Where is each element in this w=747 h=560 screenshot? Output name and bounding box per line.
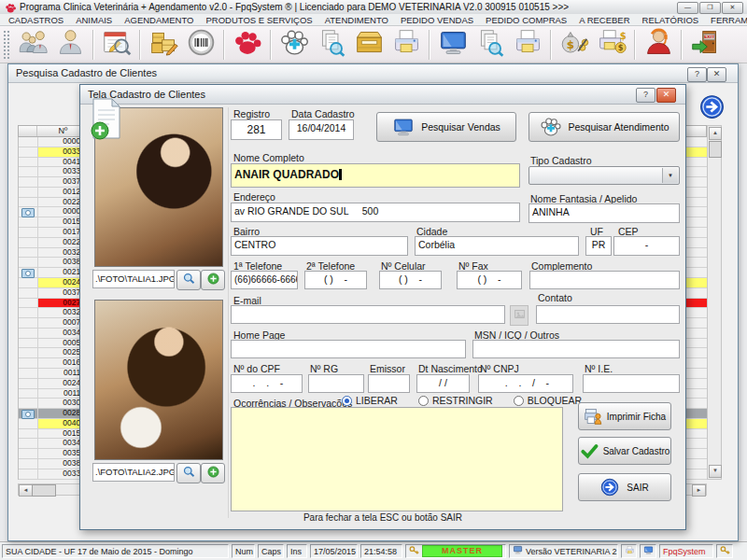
- sair-button[interactable]: SAIR: [578, 473, 671, 501]
- cep-field[interactable]: -: [613, 236, 680, 256]
- toolbar-paw-red-button[interactable]: [229, 28, 266, 62]
- pesquisar-atendimento-button[interactable]: Pesquisar Atendimento: [529, 112, 680, 142]
- celular-field[interactable]: ( ) -: [379, 271, 442, 289]
- menu-item-ferramentas[interactable]: FERRAMENTAS: [711, 15, 747, 25]
- radio-bloquear[interactable]: BLOQUEAR: [514, 395, 582, 406]
- photo2-path-field[interactable]: .\FOTO\TALIA2.JPG: [92, 463, 175, 482]
- salvar-cadastro-button[interactable]: Salvar Cadastro: [578, 437, 671, 465]
- tel2-field[interactable]: ( ) -: [304, 271, 367, 289]
- toolbar-boxes-button[interactable]: [145, 28, 182, 62]
- dialog-help-button[interactable]: ?: [636, 88, 655, 103]
- toolbar-barcode-button[interactable]: [182, 28, 219, 62]
- endereco-field[interactable]: av RIO GRANDE DO SUL 500: [231, 203, 520, 222]
- msn-field[interactable]: [472, 340, 680, 358]
- minimize-button[interactable]: —: [677, 2, 698, 14]
- ie-field[interactable]: [583, 374, 680, 393]
- menu-item-produtos-e-servi-os[interactable]: PRODUTOS E SERVIÇOS: [205, 15, 312, 25]
- cidade-field[interactable]: Corbélia: [415, 236, 579, 256]
- radio-restringir[interactable]: RESTRINGIR: [418, 395, 493, 406]
- fax-field[interactable]: ( ) -: [457, 271, 522, 289]
- scroll-left-icon[interactable]: ◄: [19, 484, 33, 497]
- scroll-right-icon[interactable]: ►: [692, 484, 706, 497]
- pesquisa-close-button[interactable]: ✕: [707, 67, 726, 82]
- toolbar-drawer-button[interactable]: [350, 28, 388, 62]
- toolbar-exit-door-button[interactable]: EXIT: [686, 28, 724, 62]
- cpf-field[interactable]: . . -: [231, 374, 303, 393]
- menu-item-agendamento[interactable]: AGENDAMENTO: [124, 15, 193, 25]
- menu-item-atendimento[interactable]: ATENDIMENTO: [325, 15, 388, 25]
- maximize-button[interactable]: ❐: [699, 2, 721, 14]
- toolbar-paw-cross-button[interactable]: [275, 28, 313, 62]
- menu-item-cadastros[interactable]: CADASTROS: [8, 15, 63, 25]
- vertical-scrollbar[interactable]: ▲ ▼: [707, 125, 722, 480]
- status-brand: FpqSystem: [659, 544, 713, 558]
- toolbar-docs-search-button[interactable]: [472, 28, 509, 62]
- toolbar-printer-button[interactable]: [509, 28, 546, 62]
- uf-field[interactable]: PR: [585, 236, 612, 256]
- email-field[interactable]: [231, 305, 505, 324]
- menu-item-a-receber[interactable]: A RECEBER: [579, 15, 629, 25]
- photo1-add-button[interactable]: [201, 270, 225, 290]
- photo1-search-button[interactable]: [176, 270, 201, 290]
- homepage-field[interactable]: [231, 340, 466, 358]
- scroll-up-icon[interactable]: ▲: [709, 127, 722, 140]
- radio-button-icon[interactable]: [342, 396, 352, 406]
- photo1-path-field[interactable]: .\FOTO\TALIA1.JPG: [92, 270, 175, 288]
- toolbar-docs-search-button[interactable]: [313, 28, 350, 62]
- toolbar-clients-group-button[interactable]: [14, 28, 51, 62]
- imprimir-ficha-button[interactable]: Imprimir Ficha: [578, 402, 671, 430]
- menu-item-animais[interactable]: ANIMAIS: [76, 15, 112, 25]
- dialog-titlebar[interactable]: Tela Cadastro de Clientes ? ✕: [80, 85, 685, 105]
- radio-button-icon[interactable]: [418, 396, 429, 406]
- pesquisar-vendas-button[interactable]: Pesquisar Vendas: [376, 112, 516, 142]
- email-send-button[interactable]: [510, 305, 529, 326]
- row-icon-cell: [19, 389, 38, 399]
- nome-field[interactable]: ANAIR QUADRADO: [231, 163, 520, 188]
- bairro-field[interactable]: CENTRO: [231, 236, 408, 256]
- menu-item-pedido-vendas[interactable]: PEDIDO VENDAS: [401, 15, 473, 25]
- toolbar-printer-money-button[interactable]: $$: [593, 28, 630, 62]
- pesquisa-next-button[interactable]: [699, 94, 725, 119]
- cnpj-field[interactable]: . . / -: [478, 374, 573, 393]
- dialog-close-button[interactable]: ✕: [656, 88, 676, 103]
- close-button[interactable]: ✕: [722, 2, 743, 14]
- toolbar-support-button[interactable]: [640, 28, 677, 62]
- new-record-icon[interactable]: [88, 97, 125, 142]
- data-cadastro-field[interactable]: 16/04/2014: [289, 119, 354, 140]
- menu-item-pedido-compras[interactable]: PEDIDO COMPRAS: [486, 15, 567, 25]
- tipo-cadastro-select[interactable]: ▼: [529, 166, 680, 185]
- photo2-add-button[interactable]: [201, 463, 225, 483]
- nascimento-field[interactable]: / /: [416, 374, 470, 393]
- toolbar-monitor-button[interactable]: [434, 28, 472, 62]
- row-icon-cell: [19, 248, 38, 258]
- tel1-field[interactable]: (66)66666-6666: [231, 271, 298, 289]
- barcode-icon: [186, 27, 217, 62]
- column-header-icon: [19, 126, 37, 136]
- fantasia-field[interactable]: ANINHA: [529, 203, 680, 223]
- status-printer-panel[interactable]: [621, 544, 637, 558]
- menu-bar: CADASTROSANIMAISAGENDAMENTOPRODUTOS E SE…: [0, 14, 747, 26]
- pesquisa-titlebar[interactable]: Pesquisa Cadastro de Clientes ? ✕: [8, 64, 738, 83]
- menu-item-relat-rios[interactable]: RELATÓRIOS: [642, 15, 699, 25]
- radio-button-icon[interactable]: [514, 396, 524, 406]
- emissor-field[interactable]: [368, 374, 410, 393]
- status-key-panel: [716, 544, 733, 558]
- chevron-down-icon[interactable]: ▼: [662, 168, 678, 183]
- horizontal-scroll-thumb[interactable]: [32, 484, 56, 497]
- complemento-field[interactable]: [529, 271, 680, 289]
- photo2-search-button[interactable]: [176, 463, 201, 483]
- status-monitor-panel[interactable]: [640, 544, 656, 558]
- pesquisa-help-button[interactable]: ?: [687, 67, 707, 82]
- toolbar-printer-button[interactable]: [388, 28, 425, 62]
- scroll-down-icon[interactable]: ▼: [709, 465, 722, 478]
- toolbar-money-bag-button[interactable]: $: [556, 28, 593, 62]
- toolbar-client-button[interactable]: [51, 28, 89, 62]
- contato-field[interactable]: [536, 305, 680, 324]
- vertical-scroll-thumb[interactable]: [709, 141, 722, 158]
- row-icon-cell: [19, 379, 38, 388]
- observacoes-textarea[interactable]: [231, 407, 563, 511]
- toolbar-calendar-button[interactable]: [98, 28, 135, 62]
- rg-field[interactable]: [308, 374, 364, 393]
- registro-field[interactable]: 281: [231, 119, 282, 140]
- radio-liberar[interactable]: LIBERAR: [342, 395, 398, 406]
